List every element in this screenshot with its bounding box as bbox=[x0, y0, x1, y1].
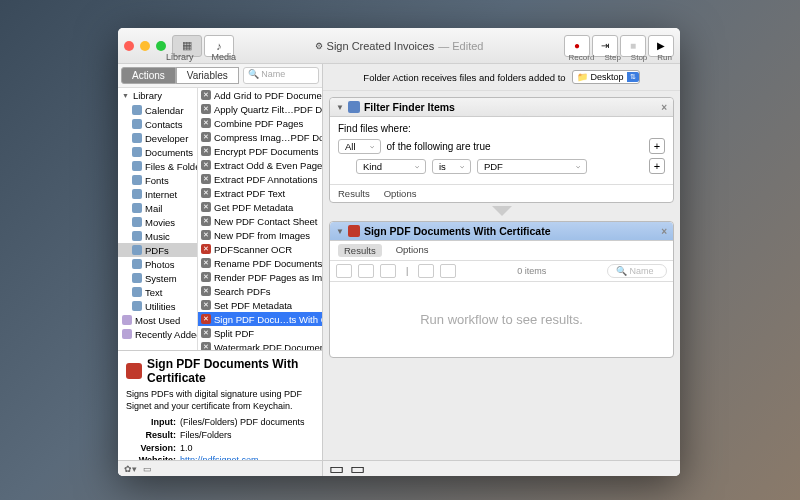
action-item[interactable]: ✕New PDF Contact Sheet bbox=[198, 214, 322, 228]
add-condition-button[interactable]: + bbox=[649, 138, 665, 154]
disclosure-icon[interactable]: ▼ bbox=[336, 103, 344, 112]
detail-input: (Files/Folders) PDF documents bbox=[180, 416, 305, 429]
workflow-view-button[interactable]: ▭ bbox=[350, 459, 365, 476]
action-item[interactable]: ✕Sign PDF Docu…ts With Certificate bbox=[198, 312, 322, 326]
action-detail-pane: Sign PDF Documents With Certificate Sign… bbox=[118, 350, 322, 460]
expand-icon[interactable]: ▭ bbox=[143, 464, 152, 474]
all-dropdown[interactable]: All⌵ bbox=[338, 139, 381, 154]
most-used[interactable]: Most Used bbox=[135, 315, 180, 326]
options-tab[interactable]: Options bbox=[384, 188, 417, 199]
disclosure-icon[interactable]: ▼ bbox=[336, 227, 344, 236]
library-item[interactable]: Photos bbox=[118, 257, 197, 271]
action-item[interactable]: ✕Encrypt PDF Documents bbox=[198, 144, 322, 158]
list-view-button[interactable] bbox=[358, 264, 374, 278]
library-item[interactable]: Mail bbox=[118, 201, 197, 215]
title-text: Sign Created Invoices bbox=[327, 40, 435, 52]
stop-label: Stop bbox=[631, 53, 647, 62]
finder-icon bbox=[348, 101, 360, 113]
action-item[interactable]: ✕Apply Quartz Filt…PDF Documents bbox=[198, 102, 322, 116]
action-item[interactable]: ✕Render PDF Pages as Images bbox=[198, 270, 322, 284]
library-tab-label: Library bbox=[166, 52, 194, 62]
library-item[interactable]: Music bbox=[118, 229, 197, 243]
action-item[interactable]: ✕Extract PDF Annotations bbox=[198, 172, 322, 186]
actions-list[interactable]: ✕Add Grid to PDF Documents✕Apply Quartz … bbox=[198, 88, 322, 350]
action-item[interactable]: ✕Extract Odd & Even Pages bbox=[198, 158, 322, 172]
action-item[interactable]: ✕Compress Imag…PDF Documents bbox=[198, 130, 322, 144]
folder-icon: 📁 bbox=[577, 72, 588, 82]
detail-result: Files/Folders bbox=[180, 429, 232, 442]
action-item[interactable]: ✕Watermark PDF Documents bbox=[198, 340, 322, 350]
library-category-list[interactable]: ▼Library CalendarContactsDeveloperDocume… bbox=[118, 88, 198, 350]
options-tab[interactable]: Options bbox=[396, 244, 429, 257]
of-following-label: of the following are true bbox=[387, 141, 491, 152]
action-item[interactable]: ✕Extract PDF Text bbox=[198, 186, 322, 200]
library-panel: Actions Variables 🔍 Name ▼Library Calend… bbox=[118, 64, 323, 476]
action-title: Filter Finder Items bbox=[364, 101, 455, 113]
variables-segment[interactable]: Variables bbox=[176, 67, 239, 84]
icon-view-button[interactable] bbox=[336, 264, 352, 278]
step-label: Step bbox=[604, 53, 620, 62]
remove-action-button[interactable]: × bbox=[661, 226, 667, 237]
minimize-button[interactable] bbox=[140, 41, 150, 51]
library-item[interactable]: PDFs bbox=[118, 243, 197, 257]
zoom-button[interactable] bbox=[156, 41, 166, 51]
action-item[interactable]: ✕New PDF from Images bbox=[198, 228, 322, 242]
library-item[interactable]: Developer bbox=[118, 131, 197, 145]
traffic-lights bbox=[124, 41, 166, 51]
library-item[interactable]: Fonts bbox=[118, 173, 197, 187]
run-label: Run bbox=[657, 53, 672, 62]
library-item[interactable]: System bbox=[118, 271, 197, 285]
actions-segment[interactable]: Actions bbox=[121, 67, 176, 84]
record-label: Record bbox=[569, 53, 595, 62]
action-icon bbox=[126, 363, 142, 379]
folder-action-text: Folder Action receives files and folders… bbox=[363, 72, 565, 83]
action-item[interactable]: ✕Add Grid to PDF Documents bbox=[198, 88, 322, 102]
action-item[interactable]: ✕Split PDF bbox=[198, 326, 322, 340]
close-button[interactable] bbox=[124, 41, 134, 51]
path-view-button[interactable] bbox=[418, 264, 434, 278]
log-button[interactable]: ▭ bbox=[329, 459, 344, 476]
results-search[interactable]: 🔍 Name bbox=[607, 264, 667, 278]
edited-indicator: — Edited bbox=[438, 40, 483, 52]
library-item[interactable]: Calendar bbox=[118, 103, 197, 117]
library-root[interactable]: Library bbox=[133, 90, 162, 101]
workflow-panel: Folder Action receives files and folders… bbox=[323, 64, 680, 476]
column-view-button[interactable] bbox=[380, 264, 396, 278]
library-item[interactable]: Internet bbox=[118, 187, 197, 201]
action-title: Sign PDF Documents With Certificate bbox=[364, 225, 551, 237]
library-item[interactable]: Files & Folders bbox=[118, 159, 197, 173]
remove-action-button[interactable]: × bbox=[661, 102, 667, 113]
library-search[interactable]: 🔍 Name bbox=[243, 67, 319, 84]
action-item[interactable]: ✕Get PDF Metadata bbox=[198, 200, 322, 214]
dropdown-arrow-icon: ⇅ bbox=[627, 72, 639, 82]
library-item[interactable]: Text bbox=[118, 285, 197, 299]
action-item[interactable]: ✕Rename PDF Documents bbox=[198, 256, 322, 270]
user-view-button[interactable] bbox=[440, 264, 456, 278]
library-item[interactable]: Documents bbox=[118, 145, 197, 159]
library-item[interactable]: Utilities bbox=[118, 299, 197, 313]
results-tab[interactable]: Results bbox=[338, 188, 370, 199]
filter-finder-items-action: ▼ Filter Finder Items × Find files where… bbox=[329, 97, 674, 203]
gear-icon[interactable]: ✿▾ bbox=[124, 464, 137, 474]
action-item[interactable]: ✕PDFScanner OCR bbox=[198, 242, 322, 256]
disclosure-icon[interactable]: ▼ bbox=[122, 92, 129, 99]
add-row-button[interactable]: + bbox=[649, 158, 665, 174]
type-dropdown[interactable]: PDF⌵ bbox=[477, 159, 587, 174]
is-dropdown[interactable]: is⌵ bbox=[432, 159, 471, 174]
workflow-footer: ▭ ▭ bbox=[323, 460, 680, 476]
kind-dropdown[interactable]: Kind⌵ bbox=[356, 159, 426, 174]
empty-results-message: Run workflow to see results. bbox=[330, 282, 673, 357]
recently-added[interactable]: Recently Added bbox=[135, 329, 198, 340]
folder-dropdown[interactable]: 📁 Desktop ⇅ bbox=[572, 70, 640, 84]
detail-title: Sign PDF Documents With Certificate bbox=[147, 357, 314, 385]
library-item[interactable]: Contacts bbox=[118, 117, 197, 131]
action-item[interactable]: ✕Combine PDF Pages bbox=[198, 116, 322, 130]
workflow-area[interactable]: ▼ Filter Finder Items × Find files where… bbox=[323, 91, 680, 460]
folder-action-bar: Folder Action receives files and folders… bbox=[323, 64, 680, 91]
results-tab[interactable]: Results bbox=[338, 244, 382, 257]
action-item[interactable]: ✕Search PDFs bbox=[198, 284, 322, 298]
detail-desc: Signs PDFs with digital signature using … bbox=[126, 389, 314, 412]
library-item[interactable]: Movies bbox=[118, 215, 197, 229]
action-item[interactable]: ✕Set PDF Metadata bbox=[198, 298, 322, 312]
sign-pdf-action: ▼ Sign PDF Documents With Certificate × … bbox=[329, 221, 674, 358]
